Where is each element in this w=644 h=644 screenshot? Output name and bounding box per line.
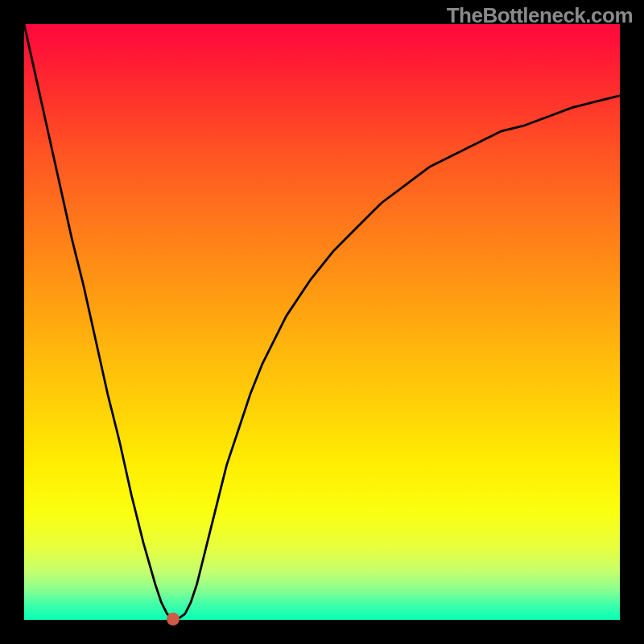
chart-frame: TheBottleneck.com <box>0 0 644 644</box>
bottleneck-curve <box>24 24 620 620</box>
optimal-point-marker-icon <box>167 613 180 625</box>
plot-area <box>24 24 620 620</box>
